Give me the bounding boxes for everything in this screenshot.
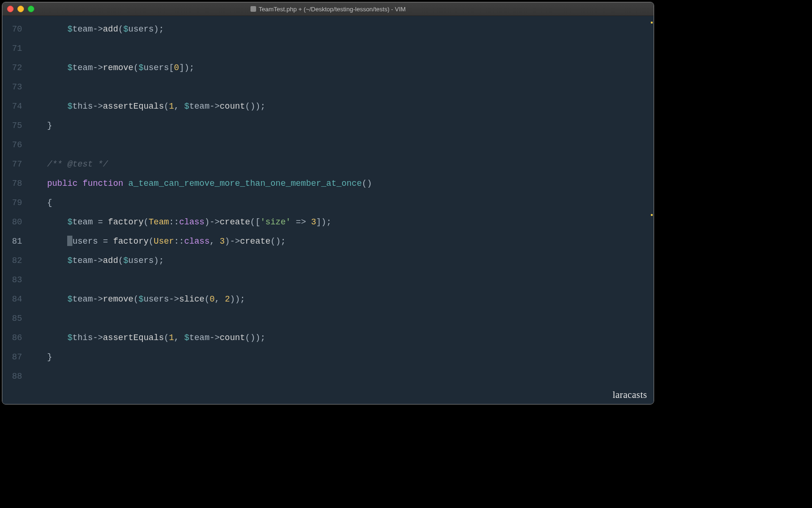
code-line[interactable]: 77 /** @test */ xyxy=(2,155,654,174)
line-content[interactable] xyxy=(27,309,654,328)
line-content[interactable] xyxy=(27,367,654,386)
line-number: 87 xyxy=(2,348,27,367)
line-number: 77 xyxy=(2,155,27,174)
line-content[interactable]: } xyxy=(27,116,654,135)
line-content[interactable] xyxy=(27,78,654,97)
line-content[interactable]: $team = factory(Team::class)->create(['s… xyxy=(27,213,654,232)
scrollbar[interactable] xyxy=(651,20,653,385)
watermark: laracasts xyxy=(613,389,647,400)
vim-window: TeamTest.php + (~/Desktop/testing-lesson… xyxy=(2,2,654,405)
editor-viewport[interactable]: 70 $team->add($users);71 72 $team->remov… xyxy=(2,16,654,404)
line-content[interactable]: $this->assertEquals(1, $team->count()); xyxy=(27,328,654,348)
line-number: 71 xyxy=(2,39,27,58)
line-content[interactable]: public function a_team_can_remove_more_t… xyxy=(27,174,654,193)
code-line[interactable]: 85 xyxy=(2,309,654,328)
titlebar[interactable]: TeamTest.php + (~/Desktop/testing-lesson… xyxy=(2,2,654,16)
line-number: 84 xyxy=(2,290,27,309)
traffic-lights xyxy=(7,6,34,12)
line-content[interactable]: $team->add($users); xyxy=(27,251,654,270)
line-content[interactable]: } xyxy=(27,348,654,367)
line-content[interactable]: { xyxy=(27,193,654,213)
line-number: 73 xyxy=(2,78,27,97)
code-line[interactable]: 83 xyxy=(2,270,654,290)
window-title: TeamTest.php + (~/Desktop/testing-lesson… xyxy=(2,6,654,13)
line-content[interactable]: $this->assertEquals(1, $team->count()); xyxy=(27,97,654,116)
code-line[interactable]: 80 $team = factory(Team::class)->create(… xyxy=(2,213,654,232)
code-line[interactable]: 75 } xyxy=(2,116,654,135)
code-line[interactable]: 73 xyxy=(2,78,654,97)
code-line[interactable]: 76 xyxy=(2,135,654,155)
line-number: 80 xyxy=(2,213,27,232)
code-line[interactable]: 70 $team->add($users); xyxy=(2,20,654,39)
minimize-icon[interactable] xyxy=(17,6,24,12)
code-line[interactable]: 84 $team->remove($users->slice(0, 2)); xyxy=(2,290,654,309)
line-number: 78 xyxy=(2,174,27,193)
line-content[interactable]: $team->add($users); xyxy=(27,20,654,39)
zoom-icon[interactable] xyxy=(28,6,34,12)
code-area[interactable]: 70 $team->add($users);71 72 $team->remov… xyxy=(2,16,654,386)
line-number: 74 xyxy=(2,97,27,116)
line-number: 75 xyxy=(2,116,27,135)
line-content[interactable]: $team->remove($users->slice(0, 2)); xyxy=(27,290,654,309)
code-line[interactable]: 82 $team->add($users); xyxy=(2,251,654,270)
line-number: 76 xyxy=(2,135,27,155)
line-content[interactable] xyxy=(27,39,654,58)
line-number: 81 xyxy=(2,232,27,251)
line-content[interactable]: /** @test */ xyxy=(27,155,654,174)
code-line[interactable]: 79 { xyxy=(2,193,654,213)
code-line[interactable]: 72 $team->remove($users[0]); xyxy=(2,58,654,78)
line-number: 88 xyxy=(2,367,27,386)
code-line[interactable]: 71 xyxy=(2,39,654,58)
close-icon[interactable] xyxy=(7,6,14,12)
line-content[interactable] xyxy=(27,270,654,290)
code-line[interactable]: 86 $this->assertEquals(1, $team->count()… xyxy=(2,328,654,348)
code-line[interactable]: 81 $users = factory(User::class, 3)->cre… xyxy=(2,232,654,251)
code-line[interactable]: 88 xyxy=(2,367,654,386)
cursor xyxy=(67,236,72,246)
line-number: 72 xyxy=(2,58,27,78)
line-content[interactable]: $users = factory(User::class, 3)->create… xyxy=(27,232,654,251)
line-number: 86 xyxy=(2,328,27,348)
line-content[interactable] xyxy=(27,135,654,155)
line-number: 83 xyxy=(2,270,27,290)
window-title-text: TeamTest.php + (~/Desktop/testing-lesson… xyxy=(259,6,406,13)
document-icon xyxy=(250,6,256,12)
line-number: 70 xyxy=(2,20,27,39)
code-line[interactable]: 78 public function a_team_can_remove_mor… xyxy=(2,174,654,193)
code-line[interactable]: 74 $this->assertEquals(1, $team->count()… xyxy=(2,97,654,116)
line-number: 79 xyxy=(2,193,27,213)
line-number: 85 xyxy=(2,309,27,328)
line-number: 82 xyxy=(2,251,27,270)
code-line[interactable]: 87 } xyxy=(2,348,654,367)
line-content[interactable]: $team->remove($users[0]); xyxy=(27,58,654,78)
